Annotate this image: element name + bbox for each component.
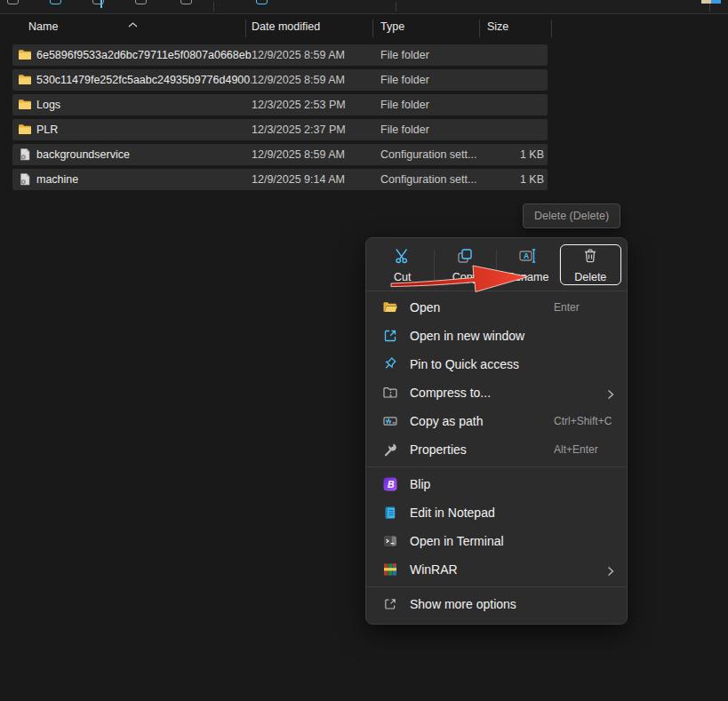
menu-item-label: Copy as path xyxy=(410,414,484,428)
menu-item-open-in-new-window[interactable]: Open in new window xyxy=(366,322,627,350)
menu-item-winrar[interactable]: WinRAR xyxy=(366,555,627,584)
menu-item-open[interactable]: Open Enter xyxy=(366,293,627,322)
table-row[interactable]: PLR 12/3/2025 2:37 PM File folder xyxy=(12,119,548,140)
clipped-toolbar-icon[interactable] xyxy=(180,0,192,4)
clipped-paste-cursor-icon xyxy=(100,0,102,8)
file-date: 12/3/2025 2:37 PM xyxy=(252,119,346,140)
menu-item-label: Open xyxy=(410,300,440,315)
clipped-toolbar-icon[interactable] xyxy=(135,0,147,4)
menu-item-copy-as-path[interactable]: Copy as path Ctrl+Shift+C xyxy=(366,407,627,435)
rename-icon: A xyxy=(518,247,538,268)
menu-item-label: Compress to... xyxy=(410,386,491,400)
file-size: 1 KB xyxy=(475,169,544,190)
column-divider[interactable] xyxy=(372,20,373,37)
table-row[interactable]: 6e5896f9533a2d6bc79711e5f0807a0668eb... … xyxy=(12,44,548,66)
copy-button[interactable]: Copy xyxy=(435,244,497,285)
table-row[interactable]: 530c11479fe252fc5aabc24935b9776d4900... … xyxy=(12,69,548,91)
menu-separator xyxy=(366,586,627,587)
file-date: 12/9/2025 8:59 AM xyxy=(252,144,345,165)
menu-item-edit-in-notepad[interactable]: Edit in Notepad xyxy=(366,498,627,527)
zip-folder-icon xyxy=(382,385,398,401)
menu-item-open-in-terminal[interactable]: Open in Terminal xyxy=(366,527,627,555)
clipped-corner-icon xyxy=(701,0,721,4)
file-name: Logs xyxy=(36,94,252,116)
column-divider[interactable] xyxy=(479,20,480,37)
menu-item-shortcut: Enter xyxy=(554,301,580,314)
cut-button[interactable]: Cut xyxy=(372,244,434,285)
file-size: 1 KB xyxy=(475,144,544,165)
menu-item-properties[interactable]: Properties Alt+Enter xyxy=(366,435,627,464)
menu-item-shortcut: Alt+Enter xyxy=(554,443,598,456)
open-new-window-icon xyxy=(382,328,398,344)
pin-icon xyxy=(382,356,398,372)
menu-items: Open Enter Open in new window Pin to Qui… xyxy=(366,291,627,618)
column-divider[interactable] xyxy=(551,20,552,37)
clipped-toolbar-icon[interactable] xyxy=(92,0,104,4)
folder-icon xyxy=(18,73,32,87)
menu-item-pin-quick-access[interactable]: Pin to Quick access xyxy=(366,350,627,378)
menu-item-compress-to[interactable]: Compress to... xyxy=(366,378,627,407)
column-header-type[interactable]: Type xyxy=(380,20,404,33)
folder-icon xyxy=(18,48,32,62)
file-name: 530c11479fe252fc5aabc24935b9776d4900... xyxy=(36,69,252,91)
toolbar-divider xyxy=(213,2,214,12)
delete-button[interactable]: Delete xyxy=(560,244,622,285)
file-name: backgroundservice xyxy=(36,144,252,165)
blip-icon: B xyxy=(382,476,398,492)
file-type: Configuration sett... xyxy=(380,169,476,190)
clipped-toolbar-icon[interactable] xyxy=(50,0,61,4)
file-type: File folder xyxy=(380,94,429,116)
menu-item-label: Show more options xyxy=(410,597,516,611)
sort-ascending-icon xyxy=(128,15,138,31)
list-header: Name Date modified Type Size xyxy=(0,15,569,40)
delete-label: Delete xyxy=(574,271,606,283)
file-type: Configuration sett... xyxy=(380,144,476,165)
column-header-date[interactable]: Date modified xyxy=(252,20,320,33)
config-file-icon xyxy=(18,147,32,162)
menu-item-label: Blip xyxy=(410,477,430,491)
column-header-size[interactable]: Size xyxy=(487,20,508,33)
file-type: File folder xyxy=(380,69,429,91)
clipped-toolbar-icon[interactable] xyxy=(7,0,19,4)
terminal-icon xyxy=(382,533,398,549)
table-row[interactable]: machine 12/9/2025 9:14 AM Configuration … xyxy=(12,169,548,190)
copy-icon xyxy=(456,247,474,268)
file-date: 12/9/2025 8:59 AM xyxy=(252,69,345,91)
menu-separator xyxy=(366,466,627,467)
clipped-toolbar-icon[interactable] xyxy=(256,0,268,4)
cut-label: Cut xyxy=(394,271,411,283)
menu-item-label: Pin to Quick access xyxy=(410,357,519,371)
menu-item-label: WinRAR xyxy=(410,562,458,577)
quick-actions-row: Cut Copy A Rename Delete xyxy=(372,243,621,287)
menu-item-label: Properties xyxy=(410,442,467,457)
column-divider[interactable] xyxy=(245,20,246,37)
svg-text:B: B xyxy=(388,479,395,490)
file-name: PLR xyxy=(36,119,252,140)
copy-path-icon xyxy=(382,413,398,429)
menu-item-label: Open in Terminal xyxy=(410,534,504,548)
table-row[interactable]: backgroundservice 12/9/2025 8:59 AM Conf… xyxy=(12,144,548,165)
column-header-name[interactable]: Name xyxy=(28,20,58,33)
menu-item-label: Open in new window xyxy=(410,329,524,343)
notepad-icon xyxy=(382,505,398,521)
file-type: File folder xyxy=(380,44,429,66)
wrench-icon xyxy=(382,442,398,458)
delete-tooltip: Delete (Delete) xyxy=(523,203,620,228)
folder-icon xyxy=(18,123,32,137)
table-row[interactable]: Logs 12/3/2025 2:53 PM File folder xyxy=(12,94,548,116)
menu-item-blip[interactable]: B Blip xyxy=(366,470,627,498)
context-menu: Cut Copy A Rename Delete Open En xyxy=(365,237,628,625)
winrar-icon xyxy=(382,562,398,578)
svg-text:A: A xyxy=(524,251,529,260)
menu-item-shortcut: Ctrl+Shift+C xyxy=(554,415,612,427)
trash-icon xyxy=(581,247,599,268)
menu-item-show-more-options[interactable]: Show more options xyxy=(366,590,627,618)
file-name: 6e5896f9533a2d6bc79711e5f0807a0668eb... xyxy=(36,44,252,66)
scissors-icon xyxy=(394,247,412,268)
file-type: File folder xyxy=(380,119,429,140)
copy-label: Copy xyxy=(452,271,478,283)
file-explorer-window: Name Date modified Type Size 6e5896f9533… xyxy=(0,0,728,701)
rename-label: Rename xyxy=(507,271,548,283)
rename-button[interactable]: A Rename xyxy=(497,244,559,285)
file-name: machine xyxy=(36,169,252,190)
